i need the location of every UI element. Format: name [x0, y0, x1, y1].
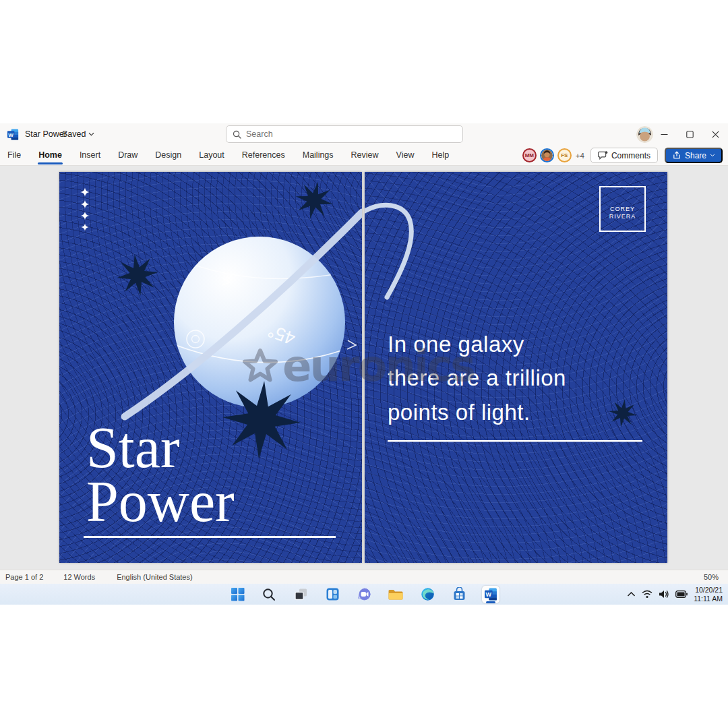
- tab-review[interactable]: Review: [351, 146, 380, 165]
- taskbar-search-button[interactable]: [260, 586, 278, 603]
- tab-help[interactable]: Help: [431, 146, 450, 165]
- chevron-down-icon: [88, 132, 94, 136]
- sparkle-star-icon: [81, 188, 90, 197]
- sparkle-star-icon: [81, 200, 89, 208]
- close-icon: [712, 131, 719, 138]
- orbit-ring-tail: [365, 205, 411, 297]
- share-icon: [672, 151, 681, 160]
- tab-draw[interactable]: Draw: [117, 146, 138, 165]
- collaborator-badge-mm[interactable]: MM: [522, 148, 537, 162]
- clock[interactable]: 10/20/21 11:11 AM: [694, 586, 723, 603]
- volume-icon[interactable]: [659, 590, 669, 599]
- minimize-icon: [661, 131, 668, 138]
- document-canvas: 45° Star Power COREY RIVERA: [0, 166, 728, 570]
- comments-button[interactable]: Comments: [590, 148, 658, 163]
- share-label: Share: [685, 151, 706, 160]
- quote-underline: [388, 440, 642, 442]
- collaborator-overflow[interactable]: +4: [576, 152, 584, 160]
- search-icon: [233, 130, 241, 139]
- ribbon-right-cluster: MM FS +4 Comments: [522, 148, 723, 163]
- sparkle-star-icon: [81, 212, 89, 220]
- planet: [174, 237, 345, 408]
- edge-icon: [421, 587, 435, 601]
- language-indicator[interactable]: English (United States): [117, 573, 193, 581]
- ribbon-tab-bar: File Home Insert Draw Design Layout Refe…: [0, 146, 728, 166]
- chat-icon: [357, 587, 371, 601]
- poster-title-line2: Power: [86, 469, 235, 534]
- collaborator-photo: [541, 149, 553, 162]
- file-explorer-icon: [388, 587, 403, 601]
- title-bar: W Star Power Saved: [0, 123, 728, 146]
- microsoft-store-icon: [452, 587, 466, 601]
- word-app-icon: W: [7, 128, 20, 141]
- minimize-button[interactable]: [651, 123, 677, 146]
- tab-layout[interactable]: Layout: [198, 146, 225, 165]
- task-view-icon: [294, 587, 308, 601]
- comments-label: Comments: [611, 151, 650, 160]
- widgets-icon: [326, 587, 340, 601]
- tab-references[interactable]: References: [241, 146, 286, 165]
- quote-line1: In one galaxy: [388, 332, 524, 357]
- tray-chevron-up-icon[interactable]: [627, 591, 636, 597]
- widgets-button[interactable]: [324, 586, 341, 603]
- comments-icon: [598, 151, 608, 160]
- document-page-1[interactable]: 45° Star Power: [59, 172, 362, 563]
- taskbar-icons: W: [229, 584, 499, 605]
- wifi-icon[interactable]: [642, 590, 653, 599]
- black-star-icon: [607, 397, 638, 429]
- chat-button[interactable]: [355, 586, 373, 603]
- share-button[interactable]: Share: [665, 148, 723, 163]
- task-view-button[interactable]: [292, 586, 309, 603]
- start-button[interactable]: [229, 586, 246, 603]
- word-taskbar-icon: W: [484, 587, 498, 601]
- share-chevron-icon: [710, 154, 715, 157]
- author-name-line1: COREY: [610, 206, 635, 212]
- word-taskbar-button[interactable]: W: [482, 586, 499, 603]
- taskbar-search-icon: [262, 588, 276, 601]
- tab-file[interactable]: File: [7, 146, 22, 165]
- ribbon-tabs: File Home Insert Draw Design Layout Refe…: [0, 146, 450, 165]
- black-star-icon: [114, 251, 161, 299]
- tab-view[interactable]: View: [396, 146, 415, 165]
- page-indicator[interactable]: Page 1 of 2: [5, 573, 43, 581]
- battery-icon[interactable]: [675, 590, 688, 598]
- tab-mailings[interactable]: Mailings: [302, 146, 334, 165]
- quote-line3: points of light.: [388, 400, 530, 425]
- document-title: Star Power: [25, 129, 67, 139]
- zoom-level[interactable]: 50%: [704, 573, 719, 581]
- tray-date: 10/20/21: [694, 586, 723, 595]
- black-star-icon: [292, 178, 336, 222]
- sparkle-star-icon: [82, 224, 89, 231]
- close-button[interactable]: [702, 123, 728, 146]
- latitude-arrow-icon: [347, 340, 356, 349]
- save-status-dropdown[interactable]: Saved: [62, 129, 94, 139]
- maximize-button[interactable]: [677, 123, 702, 146]
- maximize-icon: [686, 131, 694, 138]
- page1-artwork: 45° Star Power: [59, 172, 362, 563]
- collaborator-badge-fs[interactable]: FS: [557, 148, 572, 162]
- svg-text:W: W: [485, 591, 491, 598]
- status-bar: Page 1 of 2 12 Words English (United Sta…: [0, 570, 728, 584]
- tab-insert[interactable]: Insert: [79, 146, 101, 165]
- save-status-label: Saved: [62, 129, 86, 139]
- title-underline: [84, 536, 336, 538]
- system-tray: 10/20/21 11:11 AM: [627, 584, 723, 605]
- page2-artwork: COREY RIVERA In one galaxy there are a t…: [365, 172, 667, 563]
- search-input[interactable]: [246, 129, 442, 139]
- tray-time: 11:11 AM: [694, 595, 723, 603]
- microsoft-store-button[interactable]: [450, 586, 468, 603]
- file-explorer-button[interactable]: [387, 586, 404, 603]
- author-name-line2: RIVERA: [609, 213, 636, 220]
- desktop-screen: W Star Power Saved: [0, 0, 728, 728]
- windows-start-icon: [231, 587, 245, 601]
- edge-button[interactable]: [419, 586, 436, 603]
- tab-home[interactable]: Home: [38, 146, 63, 165]
- document-page-2[interactable]: COREY RIVERA In one galaxy there are a t…: [365, 172, 667, 563]
- taskbar: W 10/20/21 11:: [0, 584, 728, 605]
- svg-text:W: W: [8, 132, 13, 138]
- quote-line2: there are a trillion: [388, 365, 566, 390]
- word-count[interactable]: 12 Words: [63, 573, 95, 581]
- tab-design[interactable]: Design: [154, 146, 182, 165]
- collaborator-badge-photo[interactable]: [540, 148, 554, 162]
- search-box[interactable]: [226, 125, 463, 143]
